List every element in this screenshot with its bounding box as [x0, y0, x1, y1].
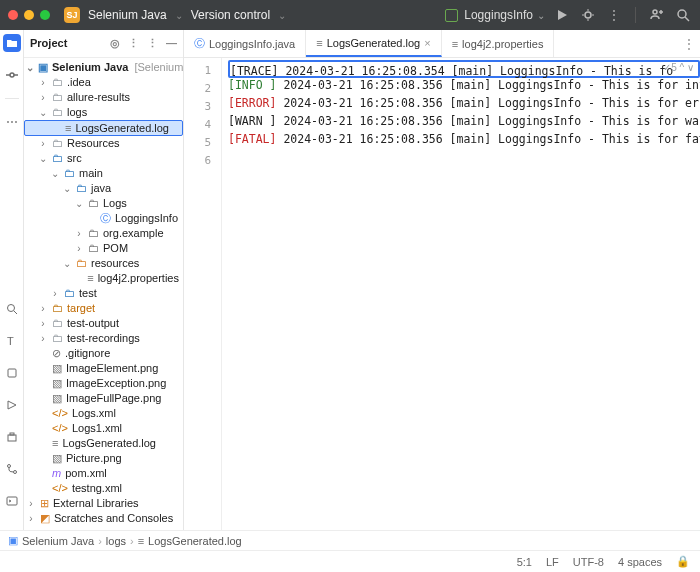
chevron-down-icon[interactable]: ⌄ — [278, 10, 286, 21]
svg-line-9 — [685, 17, 689, 21]
svg-point-13 — [7, 305, 14, 312]
more-tools-icon[interactable]: ⋯ — [3, 113, 21, 131]
tree-item[interactable]: ⊘.gitignore — [24, 346, 183, 361]
folder-icon: 🗀 — [52, 332, 63, 344]
line-separator[interactable]: LF — [546, 556, 559, 568]
tree-item[interactable]: </>Logs1.xml — [24, 421, 183, 436]
tree-item[interactable]: mpom.xml — [24, 466, 183, 481]
tree-item[interactable]: ›🗀.idea — [24, 75, 183, 90]
tree-item[interactable]: ▧ImageException.png — [24, 376, 183, 391]
commit-tool-icon[interactable] — [3, 66, 21, 84]
readonly-lock-icon[interactable]: 🔒 — [676, 555, 690, 568]
tree-item[interactable]: </>Logs.xml — [24, 406, 183, 421]
tab-log4j2-properties[interactable]: ≡log4j2.properties — [442, 30, 555, 57]
folder-icon: 🗀 — [76, 182, 87, 194]
tree-item[interactable]: ≡LogsGenerated.log — [24, 436, 183, 451]
project-name[interactable]: Selenium Java — [88, 8, 167, 22]
tree-item[interactable]: ›🗀test-output — [24, 316, 183, 331]
caret-position[interactable]: 5:1 — [517, 556, 532, 568]
tabs-more-icon[interactable]: ⋮ — [678, 30, 700, 57]
tree-item[interactable]: ⌄🗀main — [24, 166, 183, 181]
xml-icon: </> — [52, 482, 68, 494]
bookmarks-tool-icon[interactable] — [3, 364, 21, 382]
tree-root[interactable]: ⌄▣Selenium Java[SeleniumJava] — [24, 60, 183, 75]
editor-body[interactable]: 123456 [TRACE] 2024-03-21 16:25:08.354 [… — [184, 58, 700, 530]
project-tree[interactable]: ⌄▣Selenium Java[SeleniumJava] ›🗀.idea ›🗀… — [24, 58, 183, 530]
project-panel: Project ◎ ⋮ ⋮ — ⌄▣Selenium Java[Selenium… — [24, 30, 184, 530]
minimize-window[interactable] — [24, 10, 34, 20]
folder-icon: 🗀 — [64, 167, 75, 179]
tree-item[interactable]: ≡log4j2.properties — [24, 271, 183, 286]
xml-icon: </> — [52, 422, 68, 434]
panel-settings-icon[interactable]: ⋮ — [147, 37, 158, 50]
hide-panel-icon[interactable]: — — [166, 37, 177, 50]
tree-item[interactable]: ⌄🗀src — [24, 151, 183, 166]
close-window[interactable] — [8, 10, 18, 20]
tree-item[interactable]: ›🗀test-recordings — [24, 331, 183, 346]
run-configuration[interactable]: LoggingsInfo⌄ — [445, 8, 545, 22]
tree-item[interactable]: ⌄🗀java — [24, 181, 183, 196]
locate-icon[interactable]: ◎ — [110, 37, 120, 50]
inspection-widget[interactable]: ✓5 ^ ∨ — [663, 62, 694, 73]
tree-item[interactable]: </>testng.xml — [24, 481, 183, 496]
tree-item[interactable]: ›🗀Resources — [24, 136, 183, 151]
terminal-tool-icon[interactable] — [3, 492, 21, 510]
package-icon: 🗀 — [88, 227, 99, 239]
build-tool-icon[interactable] — [3, 428, 21, 446]
editor-tabs: ⒸLoggingsInfo.java ≡LogsGenerated.log× ≡… — [184, 30, 700, 58]
file-icon: ≡ — [65, 122, 71, 134]
breadcrumbs: ▣ Selenium Java › logs › ≡ LogsGenerated… — [0, 530, 700, 550]
tree-item[interactable]: ⌄🗀Logs — [24, 196, 183, 211]
folder-icon: 🗀 — [52, 76, 63, 88]
package-icon: 🗀 — [88, 242, 99, 254]
tree-item[interactable]: ›🗀test — [24, 286, 183, 301]
code-area[interactable]: [TRACE] 2024-03-21 16:25:08.354 [main] L… — [222, 58, 700, 530]
tree-item[interactable]: ›🗀POM — [24, 241, 183, 256]
close-tab-icon[interactable]: × — [424, 37, 430, 49]
tree-item[interactable]: ›🗀org.example — [24, 226, 183, 241]
properties-icon: ≡ — [87, 272, 93, 284]
vcs-tool-icon[interactable] — [3, 460, 21, 478]
resources-folder-icon: 🗀 — [76, 257, 87, 269]
chevron-down-icon[interactable]: ⌄ — [175, 10, 183, 21]
svg-rect-17 — [8, 435, 16, 441]
version-control-menu[interactable]: Version control — [191, 8, 270, 22]
module-icon: ▣ — [8, 534, 18, 547]
tree-item[interactable]: ⌄🗀resources — [24, 256, 183, 271]
indent-settings[interactable]: 4 spaces — [618, 556, 662, 568]
tree-item[interactable]: ⌄🗀logs — [24, 105, 183, 120]
run-tool-icon[interactable] — [3, 396, 21, 414]
code-with-me-icon[interactable] — [648, 6, 666, 24]
tree-item[interactable]: ›🗀allure-results — [24, 90, 183, 105]
search-tool-icon[interactable] — [3, 300, 21, 318]
tree-item[interactable]: ›⊞External Libraries — [24, 496, 183, 511]
tree-item[interactable]: ›🗀target — [24, 301, 183, 316]
crumb-current[interactable]: LogsGenerated.log — [148, 535, 242, 547]
tree-item[interactable]: ▧ImageFullPage.png — [24, 391, 183, 406]
tree-item-selected[interactable]: ≡LogsGenerated.log — [24, 120, 183, 136]
target-folder-icon: 🗀 — [52, 302, 63, 314]
tree-item[interactable]: ⒸLoggingsInfo — [24, 211, 183, 226]
collapse-all-icon[interactable]: ⋮ — [128, 37, 139, 50]
crumb[interactable]: Selenium Java — [22, 535, 94, 547]
more-actions-icon[interactable]: ⋮ — [605, 6, 623, 24]
properties-icon: ≡ — [452, 38, 458, 50]
folder-icon: 🗀 — [52, 137, 63, 149]
crumb[interactable]: logs — [106, 535, 126, 547]
tab-logsgenerated-log[interactable]: ≡LogsGenerated.log× — [306, 30, 441, 57]
svg-point-8 — [678, 10, 686, 18]
debug-icon[interactable] — [579, 6, 597, 24]
maximize-window[interactable] — [40, 10, 50, 20]
tree-item[interactable]: ▧ImageElement.png — [24, 361, 183, 376]
file-encoding[interactable]: UTF-8 — [573, 556, 604, 568]
run-icon[interactable] — [553, 6, 571, 24]
svg-rect-16 — [8, 369, 16, 377]
structure-tool-icon[interactable]: T — [3, 332, 21, 350]
tab-loggingsinfo-java[interactable]: ⒸLoggingsInfo.java — [184, 30, 306, 57]
search-everywhere-icon[interactable] — [674, 6, 692, 24]
tree-item[interactable]: ›◩Scratches and Consoles — [24, 511, 183, 526]
project-tool-icon[interactable] — [3, 34, 21, 52]
tree-item[interactable]: ▧Picture.png — [24, 451, 183, 466]
class-icon: Ⓒ — [194, 36, 205, 51]
module-icon: ▣ — [38, 61, 48, 74]
